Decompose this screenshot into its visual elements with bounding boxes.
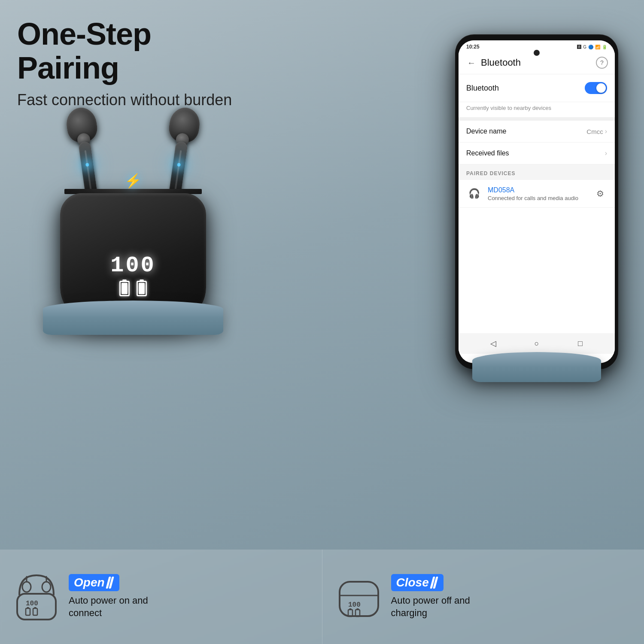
svg-rect-3 <box>27 607 29 608</box>
battery-icon: 🔋 <box>602 45 607 49</box>
svg-rect-2 <box>26 608 30 615</box>
open-badge-slashes <box>107 577 112 589</box>
display-number: 100 <box>99 253 167 278</box>
phone-shell: 10:25 🅰 G 🔵 📶 🔋 ← Bluetooth ? <box>455 34 618 369</box>
battery-bar-2 <box>137 281 147 296</box>
device-info: MD058A Connected for calls and media aud… <box>488 186 587 201</box>
device-name-value: Cmcc › <box>586 128 607 135</box>
visibility-text: Currently visible to nearby devices <box>459 102 615 121</box>
case-icon-closed: 100 <box>335 569 383 625</box>
open-text-area: Open Auto power on andconnect <box>69 574 148 619</box>
received-files-row[interactable]: Received files › <box>459 143 615 164</box>
bt-icon: 🔵 <box>588 45 593 49</box>
device-name: MD058A <box>488 186 587 194</box>
earbud-light-right <box>177 163 181 167</box>
paired-devices-header: PAIRED DEVICES <box>459 164 615 180</box>
bottom-section: 100 Open Auto po <box>0 550 644 644</box>
device-name-row[interactable]: Device name Cmcc › <box>459 121 615 143</box>
svg-rect-4 <box>33 608 37 615</box>
svg-text:100: 100 <box>26 600 38 608</box>
open-badge-label: Open <box>74 576 105 589</box>
phone-screen: 10:25 🅰 G 🔵 📶 🔋 ← Bluetooth ? <box>459 40 615 363</box>
bluetooth-toggle-switch[interactable] <box>585 82 607 94</box>
status-icons: 🅰 G 🔵 📶 🔋 <box>577 45 607 49</box>
bottom-card-open: 100 Open Auto po <box>0 550 322 644</box>
case-display: 100 <box>99 253 167 296</box>
bt-screen-title: Bluetooth <box>481 57 596 68</box>
close-badge-label: Close <box>396 576 429 589</box>
received-files-value: › <box>605 149 607 157</box>
toggle-knob <box>596 83 606 93</box>
received-files-chevron: › <box>605 149 607 157</box>
svg-point-6 <box>22 582 31 592</box>
svg-point-8 <box>42 582 51 592</box>
earbud-light-left <box>85 163 89 167</box>
battery-bar-1 <box>119 281 130 296</box>
earbud-head-right <box>167 106 202 144</box>
device-settings-button[interactable]: ⚙ <box>593 187 607 200</box>
earbuds-pedestal <box>43 301 223 335</box>
svg-rect-16 <box>356 608 358 610</box>
open-badge: Open <box>69 574 119 591</box>
device-name-label: Device name <box>466 128 506 135</box>
device-name-chevron: › <box>605 128 607 135</box>
close-text-area: Close Auto power off andcharging <box>391 574 470 619</box>
earbuds-area: ⚡ 100 <box>13 77 253 352</box>
phone-nav-bar: ◁ ○ □ <box>459 333 615 354</box>
bottom-card-close: 100 Close Auto power off andcharging <box>322 550 644 644</box>
phone-area: 10:25 🅰 G 🔵 📶 🔋 ← Bluetooth ? <box>455 34 618 369</box>
close-badge-slashes <box>431 577 437 589</box>
nav-home-button[interactable]: ○ <box>531 337 543 349</box>
paired-device-row: 🎧 MD058A Connected for calls and media a… <box>459 180 615 208</box>
case-icon-open: 100 <box>13 569 60 625</box>
device-name-text: Cmcc <box>586 128 603 135</box>
close-badge: Close <box>391 574 444 591</box>
open-description: Auto power on andconnect <box>69 595 148 619</box>
case-closed-svg: 100 <box>335 569 383 625</box>
device-icon: 🎧 <box>466 186 482 201</box>
display-bars <box>99 281 167 296</box>
status-time: 10:25 <box>466 44 480 50</box>
phone-pedestal <box>472 352 601 382</box>
signal-icon: 🅰 <box>577 45 581 49</box>
main-title: One-Step Pairing <box>17 17 249 85</box>
received-files-label: Received files <box>466 149 509 157</box>
bluetooth-screen: ← Bluetooth ? Bluetooth Currently visibl… <box>459 52 615 361</box>
g-icon: G <box>583 45 586 49</box>
bluetooth-toggle-row: Bluetooth <box>459 74 615 102</box>
device-status: Connected for calls and media audio <box>488 195 587 201</box>
bluetooth-toggle-label: Bluetooth <box>466 84 499 93</box>
earbuds-case: ⚡ 100 <box>43 107 223 322</box>
lightning-icon: ⚡ <box>125 173 142 189</box>
nav-recents-button[interactable]: □ <box>574 337 586 349</box>
help-button[interactable]: ? <box>596 57 608 69</box>
svg-rect-14 <box>349 608 351 610</box>
earbud-head-left <box>64 106 99 144</box>
svg-text:100: 100 <box>348 601 361 609</box>
svg-rect-5 <box>34 607 36 608</box>
phone-camera <box>534 50 540 56</box>
case-open-svg: 100 <box>13 569 60 625</box>
nav-back-button[interactable]: ◁ <box>487 337 499 349</box>
wifi-icon: 📶 <box>595 45 600 49</box>
back-button[interactable]: ← <box>465 57 477 69</box>
svg-rect-10 <box>340 582 378 616</box>
close-description: Auto power off andcharging <box>391 595 470 619</box>
